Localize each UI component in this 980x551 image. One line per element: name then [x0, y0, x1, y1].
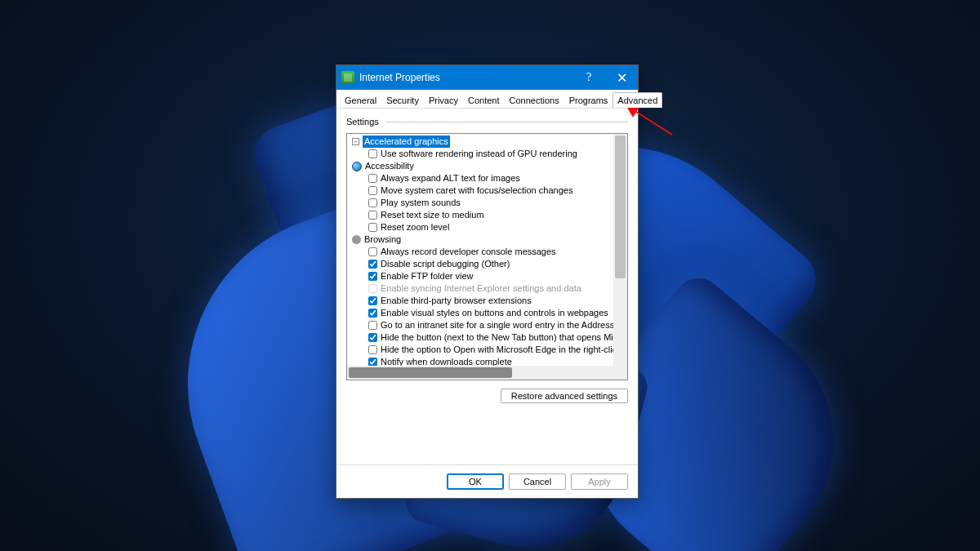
close-button[interactable]: ✕ [605, 65, 638, 90]
tree-item[interactable]: Play system sounds [350, 197, 613, 209]
setting-checkbox[interactable] [368, 333, 377, 342]
collapse-icon[interactable]: − [352, 138, 359, 145]
settings-group-label: Settings [346, 117, 628, 127]
setting-checkbox[interactable] [368, 260, 377, 269]
category-label: Accelerated graphics [363, 136, 450, 148]
setting-checkbox[interactable] [368, 174, 377, 183]
app-icon [341, 71, 354, 84]
tab-privacy[interactable]: Privacy [424, 92, 463, 108]
setting-checkbox [368, 284, 377, 293]
cancel-button[interactable]: Cancel [509, 473, 566, 490]
setting-label: Always expand ALT text for images [381, 172, 520, 184]
window-title: Internet Properties [359, 72, 572, 83]
setting-checkbox[interactable] [368, 149, 377, 158]
tree-item[interactable]: Always expand ALT text for images [350, 172, 613, 184]
setting-label: Enable visual styles on buttons and cont… [381, 307, 608, 319]
tree-item[interactable]: Move system caret with focus/selection c… [350, 184, 613, 197]
setting-checkbox[interactable] [368, 358, 377, 366]
setting-checkbox[interactable] [368, 211, 377, 220]
tree-item[interactable]: Reset text size to medium [350, 209, 613, 221]
setting-checkbox[interactable] [368, 309, 377, 318]
apply-button[interactable]: Apply [571, 473, 628, 490]
setting-label: Notify when downloads complete [381, 356, 512, 366]
tree-item[interactable]: Always record developer console messages [350, 246, 613, 258]
tree-item[interactable]: Go to an intranet site for a single word… [350, 319, 613, 331]
tab-general[interactable]: General [340, 92, 381, 108]
vertical-scrollbar[interactable] [613, 134, 627, 366]
category-label: Accessibility [365, 160, 414, 172]
setting-label: Play system sounds [381, 197, 461, 209]
dialog-footer: OK Cancel Apply [336, 464, 638, 498]
setting-label: Use software rendering instead of GPU re… [381, 148, 577, 160]
vscroll-thumb[interactable] [615, 136, 626, 278]
setting-checkbox[interactable] [368, 198, 377, 207]
setting-checkbox[interactable] [368, 186, 377, 195]
tab-security[interactable]: Security [381, 92, 424, 108]
setting-checkbox[interactable] [368, 345, 377, 354]
setting-label: Enable FTP folder view [381, 270, 474, 282]
tree-item[interactable]: Reset zoom level [350, 221, 613, 233]
setting-label: Reset text size to medium [381, 209, 484, 221]
restore-advanced-button[interactable]: Restore advanced settings [501, 389, 628, 403]
setting-checkbox[interactable] [368, 247, 377, 256]
tree-item: Enable syncing Internet Explorer setting… [350, 282, 613, 295]
setting-label: Enable syncing Internet Explorer setting… [381, 282, 581, 295]
setting-label: Disable script debugging (Other) [381, 258, 510, 270]
tree-category[interactable]: Browsing [350, 233, 613, 246]
ok-button[interactable]: OK [447, 473, 504, 490]
help-button[interactable]: ? [572, 65, 605, 90]
tab-strip: GeneralSecurityPrivacyContentConnections… [336, 90, 638, 109]
titlebar[interactable]: Internet Properties ? ✕ [336, 65, 638, 90]
setting-label: Move system caret with focus/selection c… [381, 184, 572, 197]
tab-advanced[interactable]: Advanced [612, 92, 662, 108]
category-label: Browsing [364, 233, 401, 246]
setting-label: Enable third-party browser extensions [381, 295, 532, 307]
setting-checkbox[interactable] [368, 223, 377, 232]
tree-item[interactable]: Enable visual styles on buttons and cont… [350, 307, 613, 319]
setting-label: Hide the button (next to the New Tab but… [381, 331, 613, 344]
tree-category[interactable]: −Accelerated graphics [350, 136, 613, 148]
scroll-corner [613, 366, 627, 380]
globe-icon [352, 162, 362, 171]
setting-label: Always record developer console messages [381, 246, 556, 258]
setting-checkbox[interactable] [368, 272, 377, 281]
setting-label: Go to an intranet site for a single word… [381, 319, 613, 331]
tab-connections[interactable]: Connections [504, 92, 564, 108]
settings-tree[interactable]: −Accelerated graphicsUse software render… [346, 133, 628, 380]
gear-icon [352, 235, 361, 244]
tab-programs[interactable]: Programs [564, 92, 613, 108]
tree-item[interactable]: Disable script debugging (Other) [350, 258, 613, 270]
tree-category[interactable]: Accessibility [350, 160, 613, 172]
tree-item[interactable]: Hide the button (next to the New Tab but… [350, 331, 613, 344]
setting-label: Reset zoom level [381, 221, 449, 233]
tree-item[interactable]: Hide the option to Open with Microsoft E… [350, 344, 613, 356]
tree-item[interactable]: Enable FTP folder view [350, 270, 613, 282]
tab-content[interactable]: Content [463, 92, 505, 108]
hscroll-thumb[interactable] [349, 367, 512, 378]
internet-properties-dialog: Internet Properties ? ✕ GeneralSecurityP… [336, 64, 639, 499]
setting-label: Hide the option to Open with Microsoft E… [381, 344, 613, 356]
tree-item[interactable]: Notify when downloads complete [350, 356, 613, 366]
dialog-body: Settings −Accelerated graphicsUse softwa… [336, 108, 638, 464]
tree-item[interactable]: Enable third-party browser extensions [350, 295, 613, 307]
horizontal-scrollbar[interactable] [347, 366, 613, 380]
setting-checkbox[interactable] [368, 296, 377, 305]
tree-item[interactable]: Use software rendering instead of GPU re… [350, 148, 613, 160]
setting-checkbox[interactable] [368, 321, 377, 330]
